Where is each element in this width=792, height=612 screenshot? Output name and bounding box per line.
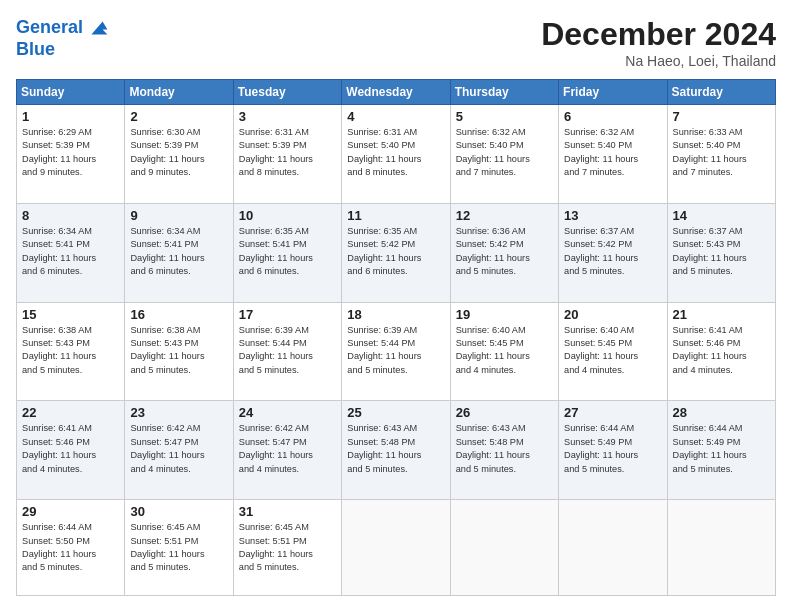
cell-line: Sunrise: 6:43 AM	[456, 422, 553, 435]
logo-text: General	[16, 18, 83, 38]
cell-content: Sunrise: 6:32 AMSunset: 5:40 PMDaylight:…	[456, 126, 553, 179]
cell-line: Sunrise: 6:37 AM	[673, 225, 770, 238]
cell-line: Sunset: 5:41 PM	[22, 238, 119, 251]
cell-content: Sunrise: 6:44 AMSunset: 5:49 PMDaylight:…	[673, 422, 770, 475]
cell-line: Daylight: 11 hours	[22, 350, 119, 363]
cell-line: Sunrise: 6:45 AM	[130, 521, 227, 534]
cell-line: Daylight: 11 hours	[22, 449, 119, 462]
calendar-cell: 29Sunrise: 6:44 AMSunset: 5:50 PMDayligh…	[17, 500, 125, 596]
cell-line: Sunset: 5:46 PM	[22, 436, 119, 449]
cell-line: Sunrise: 6:39 AM	[347, 324, 444, 337]
calendar-cell: 27Sunrise: 6:44 AMSunset: 5:49 PMDayligh…	[559, 401, 667, 500]
cell-content: Sunrise: 6:35 AMSunset: 5:41 PMDaylight:…	[239, 225, 336, 278]
cell-line: Sunrise: 6:42 AM	[130, 422, 227, 435]
calendar-cell: 16Sunrise: 6:38 AMSunset: 5:43 PMDayligh…	[125, 302, 233, 401]
day-number: 30	[130, 504, 227, 519]
cell-content: Sunrise: 6:35 AMSunset: 5:42 PMDaylight:…	[347, 225, 444, 278]
cell-line: Daylight: 11 hours	[347, 350, 444, 363]
cell-line: Daylight: 11 hours	[130, 153, 227, 166]
cell-line: and 5 minutes.	[564, 463, 661, 476]
day-number: 23	[130, 405, 227, 420]
title-block: December 2024 Na Haeo, Loei, Thailand	[541, 16, 776, 69]
cell-content: Sunrise: 6:45 AMSunset: 5:51 PMDaylight:…	[130, 521, 227, 574]
cell-line: and 4 minutes.	[22, 463, 119, 476]
cell-line: and 5 minutes.	[673, 265, 770, 278]
header: General Blue December 2024 Na Haeo, Loei…	[16, 16, 776, 69]
calendar-week-4: 22Sunrise: 6:41 AMSunset: 5:46 PMDayligh…	[17, 401, 776, 500]
month-title: December 2024	[541, 16, 776, 53]
cell-line: Daylight: 11 hours	[456, 252, 553, 265]
cell-line: Sunset: 5:49 PM	[564, 436, 661, 449]
day-number: 15	[22, 307, 119, 322]
day-number: 8	[22, 208, 119, 223]
cell-line: and 5 minutes.	[130, 364, 227, 377]
calendar-header-saturday: Saturday	[667, 80, 775, 105]
cell-line: and 7 minutes.	[564, 166, 661, 179]
cell-line: Sunrise: 6:37 AM	[564, 225, 661, 238]
calendar-cell: 21Sunrise: 6:41 AMSunset: 5:46 PMDayligh…	[667, 302, 775, 401]
cell-line: Daylight: 11 hours	[456, 449, 553, 462]
cell-line: Sunrise: 6:43 AM	[347, 422, 444, 435]
calendar-header-thursday: Thursday	[450, 80, 558, 105]
day-number: 19	[456, 307, 553, 322]
calendar-cell: 5Sunrise: 6:32 AMSunset: 5:40 PMDaylight…	[450, 105, 558, 204]
calendar-cell: 3Sunrise: 6:31 AMSunset: 5:39 PMDaylight…	[233, 105, 341, 204]
cell-line: Daylight: 11 hours	[130, 350, 227, 363]
calendar-cell: 4Sunrise: 6:31 AMSunset: 5:40 PMDaylight…	[342, 105, 450, 204]
day-number: 28	[673, 405, 770, 420]
cell-line: and 4 minutes.	[564, 364, 661, 377]
cell-content: Sunrise: 6:34 AMSunset: 5:41 PMDaylight:…	[22, 225, 119, 278]
cell-content: Sunrise: 6:39 AMSunset: 5:44 PMDaylight:…	[239, 324, 336, 377]
cell-line: and 5 minutes.	[130, 561, 227, 574]
cell-line: Sunset: 5:43 PM	[22, 337, 119, 350]
cell-line: Sunrise: 6:40 AM	[456, 324, 553, 337]
cell-content: Sunrise: 6:40 AMSunset: 5:45 PMDaylight:…	[564, 324, 661, 377]
cell-line: Sunset: 5:51 PM	[130, 535, 227, 548]
cell-content: Sunrise: 6:42 AMSunset: 5:47 PMDaylight:…	[130, 422, 227, 475]
cell-line: Sunset: 5:40 PM	[564, 139, 661, 152]
cell-line: Sunset: 5:46 PM	[673, 337, 770, 350]
cell-line: Daylight: 11 hours	[239, 153, 336, 166]
day-number: 29	[22, 504, 119, 519]
cell-line: Daylight: 11 hours	[673, 449, 770, 462]
cell-line: and 6 minutes.	[239, 265, 336, 278]
logo-line2: Blue	[16, 40, 109, 58]
cell-line: Daylight: 11 hours	[22, 252, 119, 265]
cell-line: and 6 minutes.	[130, 265, 227, 278]
cell-line: Sunset: 5:51 PM	[239, 535, 336, 548]
cell-line: Sunrise: 6:31 AM	[239, 126, 336, 139]
cell-line: and 8 minutes.	[239, 166, 336, 179]
day-number: 9	[130, 208, 227, 223]
calendar-cell: 26Sunrise: 6:43 AMSunset: 5:48 PMDayligh…	[450, 401, 558, 500]
cell-content: Sunrise: 6:34 AMSunset: 5:41 PMDaylight:…	[130, 225, 227, 278]
calendar-header-monday: Monday	[125, 80, 233, 105]
cell-line: Daylight: 11 hours	[564, 449, 661, 462]
calendar-cell: 19Sunrise: 6:40 AMSunset: 5:45 PMDayligh…	[450, 302, 558, 401]
cell-line: Sunset: 5:48 PM	[347, 436, 444, 449]
cell-line: Sunrise: 6:35 AM	[239, 225, 336, 238]
cell-line: Daylight: 11 hours	[130, 449, 227, 462]
cell-line: Sunrise: 6:38 AM	[130, 324, 227, 337]
cell-content: Sunrise: 6:40 AMSunset: 5:45 PMDaylight:…	[456, 324, 553, 377]
cell-line: Daylight: 11 hours	[673, 252, 770, 265]
calendar-cell: 28Sunrise: 6:44 AMSunset: 5:49 PMDayligh…	[667, 401, 775, 500]
cell-line: Sunset: 5:43 PM	[673, 238, 770, 251]
cell-line: Sunrise: 6:34 AM	[22, 225, 119, 238]
cell-line: Sunset: 5:45 PM	[456, 337, 553, 350]
cell-line: and 4 minutes.	[239, 463, 336, 476]
cell-line: Sunset: 5:41 PM	[239, 238, 336, 251]
calendar-cell: 6Sunrise: 6:32 AMSunset: 5:40 PMDaylight…	[559, 105, 667, 204]
cell-content: Sunrise: 6:33 AMSunset: 5:40 PMDaylight:…	[673, 126, 770, 179]
cell-line: Sunrise: 6:44 AM	[22, 521, 119, 534]
calendar-cell: 20Sunrise: 6:40 AMSunset: 5:45 PMDayligh…	[559, 302, 667, 401]
calendar-cell: 15Sunrise: 6:38 AMSunset: 5:43 PMDayligh…	[17, 302, 125, 401]
calendar-cell	[450, 500, 558, 596]
cell-line: and 6 minutes.	[22, 265, 119, 278]
cell-line: Daylight: 11 hours	[673, 350, 770, 363]
cell-content: Sunrise: 6:36 AMSunset: 5:42 PMDaylight:…	[456, 225, 553, 278]
calendar-cell: 17Sunrise: 6:39 AMSunset: 5:44 PMDayligh…	[233, 302, 341, 401]
cell-line: Daylight: 11 hours	[673, 153, 770, 166]
cell-content: Sunrise: 6:31 AMSunset: 5:40 PMDaylight:…	[347, 126, 444, 179]
cell-line: and 7 minutes.	[673, 166, 770, 179]
day-number: 3	[239, 109, 336, 124]
